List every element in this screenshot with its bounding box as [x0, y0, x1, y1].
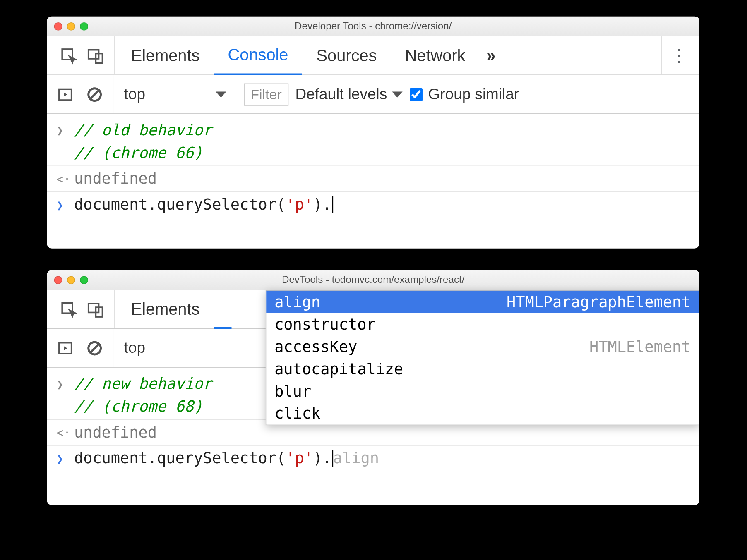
sidebar-toggle-icon[interactable] [54, 83, 77, 105]
toolbar-icons [50, 290, 115, 328]
console-comment: // (chrome 68) [74, 395, 212, 418]
more-tabs-icon[interactable]: » [480, 46, 503, 65]
chevron-down-icon [392, 91, 403, 97]
group-similar-label: Group similar [428, 85, 519, 103]
autocomplete-item[interactable]: blur [266, 380, 699, 402]
device-toolbar-icon[interactable] [84, 44, 107, 67]
output-chevron-icon: <· [56, 168, 66, 188]
svg-line-11 [91, 344, 99, 352]
console-output: undefined [74, 421, 157, 444]
autocomplete-name: align [274, 293, 320, 311]
input-chevron-icon: ❯ [56, 372, 66, 393]
console-log-area: ❯ // old behavior // (chrome 66) <· unde… [47, 114, 699, 217]
code-text: ). [313, 196, 331, 213]
autocomplete-hint: HTMLElement [589, 338, 691, 356]
autocomplete-name: autocapitalize [274, 360, 403, 378]
device-toolbar-icon[interactable] [84, 298, 107, 321]
group-similar-check[interactable] [409, 88, 422, 101]
context-selector[interactable]: top [113, 75, 237, 113]
code-text: document.querySelector( [74, 196, 286, 213]
autocomplete-item[interactable]: constructor [266, 313, 699, 335]
zoom-icon[interactable] [80, 276, 88, 284]
traffic-lights [47, 276, 88, 284]
kebab-menu-icon[interactable]: ⋮ [661, 36, 696, 74]
autocomplete-item[interactable]: autocapitalize [266, 358, 699, 380]
tab-elements[interactable]: Elements [117, 290, 214, 328]
window-title: Developer Tools - chrome://version/ [47, 20, 699, 32]
sidebar-toggle-icon[interactable] [54, 337, 77, 359]
zoom-icon[interactable] [80, 22, 88, 30]
autocomplete-popup: align HTMLParagraphElement constructor a… [266, 290, 699, 425]
context-selector[interactable]: top [113, 329, 156, 367]
console-comment: // old behavior [74, 119, 212, 141]
tab-sources[interactable]: Sources [303, 36, 391, 74]
filter-input[interactable]: Filter [244, 83, 288, 105]
console-output: undefined [74, 168, 157, 190]
minimize-icon[interactable] [67, 276, 75, 284]
code-text: document.querySelector( [74, 449, 286, 467]
toolbar-icons [50, 36, 115, 74]
titlebar: Developer Tools - chrome://version/ [47, 17, 699, 36]
text-cursor [332, 196, 333, 213]
prompt-chevron-icon: ❯ [56, 193, 66, 214]
context-label: top [124, 85, 145, 103]
autocomplete-name: constructor [274, 316, 376, 333]
console-input[interactable]: document.querySelector('p').align [74, 447, 379, 470]
autocomplete-name: click [274, 404, 320, 422]
ghost-text: align [333, 449, 379, 467]
titlebar: DevTools - todomvc.com/examples/react/ [47, 270, 699, 290]
autocomplete-item[interactable]: click [266, 402, 699, 425]
tab-network[interactable]: Network [391, 36, 480, 74]
group-similar-checkbox[interactable]: Group similar [409, 85, 519, 103]
tabs-bar: Elements Console Sources Network » ⋮ [47, 36, 699, 75]
chevron-down-icon [216, 91, 226, 97]
console-input[interactable]: document.querySelector('p'). [74, 193, 333, 216]
clear-console-icon[interactable] [84, 83, 106, 105]
autocomplete-name: accessKey [274, 338, 357, 356]
log-levels-label: Default levels [295, 85, 387, 103]
tab-console-edge [214, 290, 231, 328]
window-title: DevTools - todomvc.com/examples/react/ [47, 274, 699, 285]
devtools-window-1: Developer Tools - chrome://version/ Elem… [47, 17, 699, 249]
tab-elements[interactable]: Elements [117, 36, 214, 74]
autocomplete-item[interactable]: accessKey HTMLElement [266, 335, 699, 358]
minimize-icon[interactable] [67, 22, 75, 30]
clear-console-icon[interactable] [84, 337, 106, 359]
prompt-chevron-icon: ❯ [56, 447, 66, 468]
context-label: top [124, 339, 145, 357]
output-chevron-icon: <· [56, 421, 66, 442]
autocomplete-hint: HTMLParagraphElement [507, 293, 691, 311]
close-icon[interactable] [54, 22, 62, 30]
console-toolbar: top Filter Default levels Group similar [47, 75, 699, 114]
code-string: 'p' [286, 449, 313, 467]
code-string: 'p' [286, 196, 313, 213]
tabs-bar: Elements align HTMLParagraphElement cons… [47, 290, 699, 329]
input-chevron-icon: ❯ [56, 119, 66, 139]
svg-line-5 [91, 90, 99, 98]
devtools-window-2: DevTools - todomvc.com/examples/react/ E… [47, 270, 699, 505]
console-comment: // new behavior [74, 372, 212, 395]
tab-console[interactable]: Console [214, 37, 302, 75]
inspect-icon[interactable] [58, 44, 80, 67]
code-text: ). [313, 449, 331, 467]
inspect-icon[interactable] [58, 298, 80, 321]
autocomplete-item[interactable]: align HTMLParagraphElement [266, 291, 699, 313]
autocomplete-name: blur [274, 382, 311, 400]
log-levels-selector[interactable]: Default levels [295, 85, 403, 103]
traffic-lights [47, 22, 88, 30]
close-icon[interactable] [54, 276, 62, 284]
console-comment: // (chrome 66) [74, 141, 212, 164]
